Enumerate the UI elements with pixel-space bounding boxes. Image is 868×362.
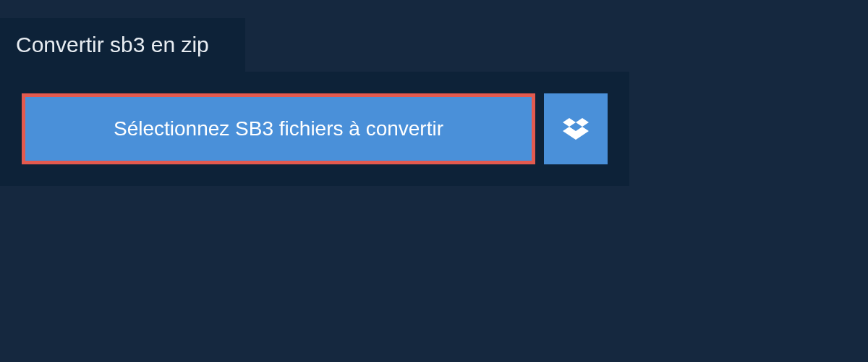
dropbox-icon bbox=[563, 116, 589, 142]
page-title: Convertir sb3 en zip bbox=[16, 33, 209, 57]
upload-panel: Sélectionnez SB3 fichiers à convertir bbox=[0, 72, 629, 186]
select-files-label: Sélectionnez SB3 fichiers à convertir bbox=[114, 117, 443, 140]
dropbox-button[interactable] bbox=[544, 93, 608, 164]
tab-header: Convertir sb3 en zip bbox=[0, 18, 245, 72]
button-row: Sélectionnez SB3 fichiers à convertir bbox=[22, 93, 608, 164]
select-files-button[interactable]: Sélectionnez SB3 fichiers à convertir bbox=[22, 93, 535, 164]
